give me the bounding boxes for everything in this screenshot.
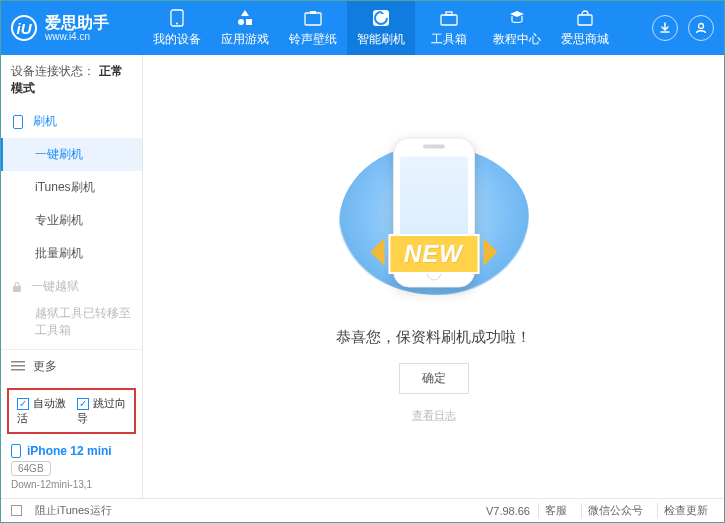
svg-rect-14 <box>11 365 25 367</box>
svg-rect-4 <box>305 13 321 25</box>
sidebar-cat-flash[interactable]: 刷机 <box>1 105 142 138</box>
sidebar-item-onekey-flash[interactable]: 一键刷机 <box>1 138 142 171</box>
app-body: 设备连接状态：正常模式 刷机 一键刷机 iTunes刷机 专业刷机 批量刷机 一… <box>1 55 724 498</box>
sidebar-cat-label: 更多 <box>33 358 57 375</box>
main-content: NEW 恭喜您，保资料刷机成功啦！ 确定 查看日志 <box>143 55 724 498</box>
sidebar-item-other-tools[interactable]: 其他工具 <box>1 383 142 384</box>
apps-icon <box>236 9 254 27</box>
nav-apps[interactable]: 应用游戏 <box>211 1 279 55</box>
toolbox-icon <box>440 9 458 27</box>
nav-label: 智能刷机 <box>357 31 405 48</box>
flash-icon <box>372 9 390 27</box>
sidebar: 设备连接状态：正常模式 刷机 一键刷机 iTunes刷机 专业刷机 批量刷机 一… <box>1 55 143 498</box>
phone-small-icon <box>11 115 25 129</box>
shop-icon <box>576 9 594 27</box>
lock-icon <box>11 281 23 293</box>
nav-label: 应用游戏 <box>221 31 269 48</box>
nav-flash[interactable]: 智能刷机 <box>347 1 415 55</box>
view-log-link[interactable]: 查看日志 <box>412 408 456 423</box>
phone-icon <box>168 9 186 27</box>
nav-tutorial[interactable]: 教程中心 <box>483 1 551 55</box>
confirm-button[interactable]: 确定 <box>399 363 469 394</box>
sidebar-cat-more[interactable]: 更多 <box>1 349 142 383</box>
device-identifier: Down-12mini-13,1 <box>11 479 134 490</box>
nav-label: 教程中心 <box>493 31 541 48</box>
wallpaper-icon <box>304 9 322 27</box>
svg-rect-11 <box>14 115 23 128</box>
nav-wallpaper[interactable]: 铃声壁纸 <box>279 1 347 55</box>
options-highlight-box: ✓自动激活 ✓跳过向导 <box>7 388 136 434</box>
device-storage: 64GB <box>11 461 51 476</box>
svg-rect-5 <box>310 11 316 14</box>
logo-url: www.i4.cn <box>45 31 109 42</box>
stop-itunes-checkbox[interactable] <box>11 505 22 516</box>
stop-itunes-label: 阻止iTunes运行 <box>35 503 112 518</box>
logo-icon: iU <box>11 15 37 41</box>
success-illustration: NEW <box>329 130 539 310</box>
auto-activate-option[interactable]: ✓自动激活 <box>17 396 67 426</box>
logo-title: 爱思助手 <box>45 14 109 32</box>
svg-rect-8 <box>446 12 452 15</box>
device-status: 设备连接状态：正常模式 <box>1 55 142 105</box>
nav-label: 我的设备 <box>153 31 201 48</box>
device-icon <box>11 444 21 458</box>
sidebar-item-batch-flash[interactable]: 批量刷机 <box>1 237 142 270</box>
nav-label: 工具箱 <box>431 31 467 48</box>
svg-point-10 <box>699 24 704 29</box>
connected-device[interactable]: iPhone 12 mini 64GB Down-12mini-13,1 <box>1 438 142 498</box>
nav-label: 铃声壁纸 <box>289 31 337 48</box>
header-right: ≡ — □ ✕ <box>652 15 714 41</box>
footer-link-support[interactable]: 客服 <box>538 503 573 518</box>
nav-shop[interactable]: 爱思商城 <box>551 1 619 55</box>
jailbreak-note: 越狱工具已转移至工具箱 <box>1 303 142 347</box>
sidebar-item-pro-flash[interactable]: 专业刷机 <box>1 204 142 237</box>
nav-label: 爱思商城 <box>561 31 609 48</box>
download-button[interactable] <box>652 15 678 41</box>
checkbox-checked-icon: ✓ <box>77 398 89 410</box>
svg-rect-3 <box>246 19 252 25</box>
success-text: 恭喜您，保资料刷机成功啦！ <box>336 328 531 347</box>
svg-rect-7 <box>441 15 457 25</box>
sidebar-cat-label: 一键越狱 <box>31 278 79 295</box>
footer-link-update[interactable]: 检查更新 <box>657 503 714 518</box>
svg-point-1 <box>176 22 178 24</box>
svg-point-2 <box>238 19 244 25</box>
sidebar-cat-jailbreak: 一键越狱 <box>1 270 142 303</box>
svg-rect-9 <box>578 15 592 25</box>
svg-rect-13 <box>11 361 25 363</box>
sidebar-item-itunes-flash[interactable]: iTunes刷机 <box>1 171 142 204</box>
sidebar-cat-label: 刷机 <box>33 113 57 130</box>
skip-guide-option[interactable]: ✓跳过向导 <box>77 396 127 426</box>
svg-rect-12 <box>13 286 21 292</box>
nav-my-device[interactable]: 我的设备 <box>143 1 211 55</box>
more-icon <box>11 361 25 371</box>
tutorial-icon <box>508 9 526 27</box>
svg-rect-15 <box>11 369 25 371</box>
new-banner: NEW <box>388 234 479 274</box>
statusbar: 阻止iTunes运行 V7.98.66 客服 微信公众号 检查更新 <box>1 498 724 522</box>
app-logo: iU 爱思助手 www.i4.cn <box>11 14 143 43</box>
device-name: iPhone 12 mini <box>27 444 112 458</box>
top-nav: 我的设备 应用游戏 铃声壁纸 智能刷机 工具箱 教程中心 爱思商城 <box>143 1 652 55</box>
version-label: V7.98.66 <box>486 505 530 517</box>
footer-link-wechat[interactable]: 微信公众号 <box>581 503 649 518</box>
nav-toolbox[interactable]: 工具箱 <box>415 1 483 55</box>
account-button[interactable] <box>688 15 714 41</box>
app-header: iU 爱思助手 www.i4.cn 我的设备 应用游戏 铃声壁纸 智能刷机 工具… <box>1 1 724 55</box>
device-status-label: 设备连接状态： <box>11 64 95 78</box>
checkbox-checked-icon: ✓ <box>17 398 29 410</box>
